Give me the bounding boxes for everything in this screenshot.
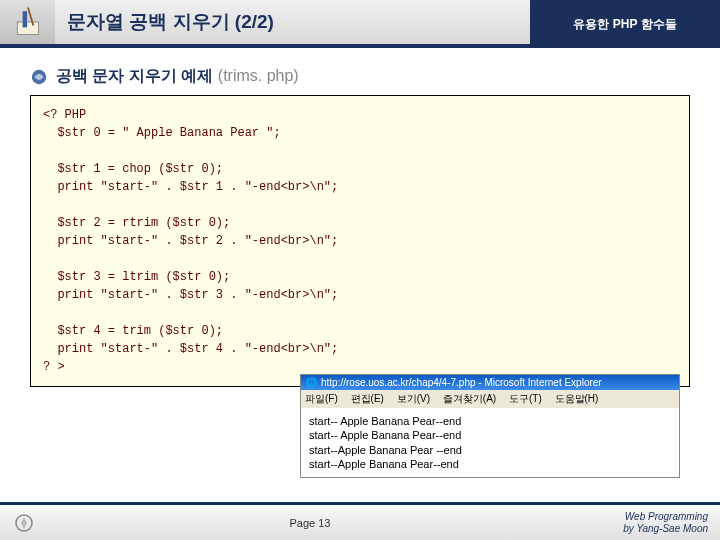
header-icon-box bbox=[0, 0, 55, 48]
output-line: start-- Apple Banana Pear--end bbox=[309, 414, 671, 428]
bullet-icon bbox=[30, 68, 48, 86]
header-title-area: 문자열 공백 지우기 (2/2) bbox=[55, 0, 530, 48]
subheader-file: (trims. php) bbox=[218, 67, 299, 84]
browser-window: 🌐 http://rose.uos.ac.kr/chap4/4-7.php - … bbox=[300, 374, 680, 478]
menu-fav[interactable]: 즐겨찾기(A) bbox=[443, 393, 496, 404]
browser-content: start-- Apple Banana Pear--end start-- A… bbox=[301, 408, 679, 477]
slide-footer: Page 13 Web Programming by Yang-Sae Moon bbox=[0, 502, 720, 540]
slide-header: 문자열 공백 지우기 (2/2) 유용한 PHP 함수들 bbox=[0, 0, 720, 48]
menu-tools[interactable]: 도구(T) bbox=[509, 393, 542, 404]
menu-view[interactable]: 보기(V) bbox=[397, 393, 430, 404]
output-line: start--Apple Banana Pear--end bbox=[309, 457, 671, 471]
subheader-text: 공백 문자 지우기 예제 (trims. php) bbox=[56, 66, 299, 87]
header-right-label: 유용한 PHP 함수들 bbox=[530, 0, 720, 48]
writing-icon bbox=[10, 4, 46, 40]
ie-icon: 🌐 bbox=[305, 377, 317, 388]
svg-rect-1 bbox=[22, 11, 27, 27]
credit-line-2: by Yang-Sae Moon bbox=[560, 523, 708, 535]
menu-edit[interactable]: 편집(E) bbox=[351, 393, 384, 404]
menu-help[interactable]: 도움말(H) bbox=[555, 393, 599, 404]
output-line: start-- Apple Banana Pear--end bbox=[309, 428, 671, 442]
browser-menubar: 파일(F) 편집(E) 보기(V) 즐겨찾기(A) 도구(T) 도움말(H) bbox=[301, 390, 679, 408]
browser-url-title: http://rose.uos.ac.kr/chap4/4-7.php - Mi… bbox=[321, 377, 602, 388]
footer-logo bbox=[0, 510, 60, 536]
credit-line-1: Web Programming bbox=[560, 511, 708, 523]
subheader: 공백 문자 지우기 예제 (trims. php) bbox=[30, 66, 720, 87]
page-number: Page 13 bbox=[60, 517, 560, 529]
footer-credits: Web Programming by Yang-Sae Moon bbox=[560, 511, 720, 535]
subheader-label: 공백 문자 지우기 예제 bbox=[56, 67, 213, 84]
browser-titlebar: 🌐 http://rose.uos.ac.kr/chap4/4-7.php - … bbox=[301, 375, 679, 390]
menu-file[interactable]: 파일(F) bbox=[305, 393, 338, 404]
code-block: <? PHP $str 0 = " Apple Banana Pear "; $… bbox=[30, 95, 690, 387]
svg-rect-0 bbox=[17, 22, 39, 35]
output-line: start--Apple Banana Pear --end bbox=[309, 443, 671, 457]
university-logo-icon bbox=[15, 510, 45, 536]
slide-title: 문자열 공백 지우기 (2/2) bbox=[67, 9, 274, 35]
